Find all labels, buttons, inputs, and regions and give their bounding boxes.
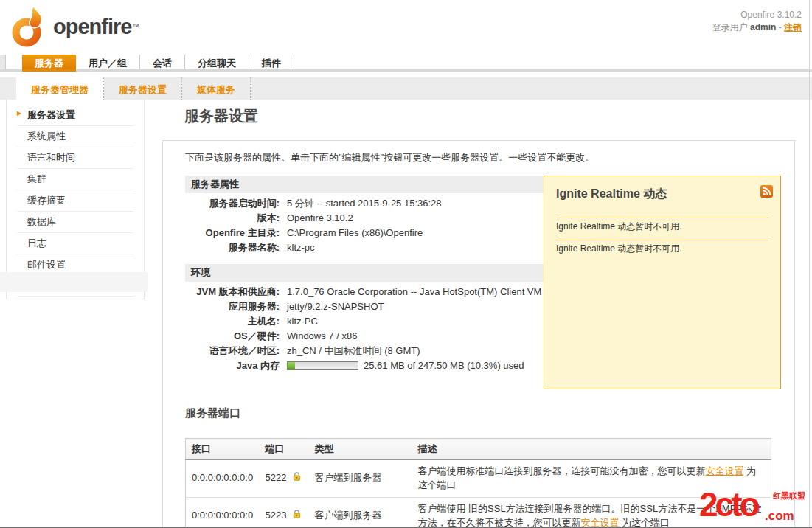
java-memory-text: 25.61 MB of 247.50 MB (10.3%) used [364,360,524,371]
login-username: admin [750,22,776,32]
port-row-5223: 0:0:0:0:0:0:0:0 5223 客户端到服务器 客户端使用 旧的SSL… [186,497,771,527]
sidebar-item-clustering[interactable]: 集群 [17,169,133,190]
port-description: 客户端使用 旧的SSL方法连接到服务器的端口。旧的SSL方法不是一个XMPP标准… [412,497,771,527]
sidebar-item-database[interactable]: 数据库 [17,212,133,233]
flame-icon [9,6,47,47]
ports-header-row: 接口 端口 类型 描述 [186,439,771,460]
col-description: 描述 [412,439,771,460]
subtab-media-services[interactable]: 媒体服务 [182,77,251,100]
subtab-server-settings[interactable]: 服务器设置 [104,77,182,100]
sidebar-shadow [0,272,148,292]
subtab-server-manager[interactable]: 服务器管理器 [16,77,104,100]
port-row-5222: 0:0:0:0:0:0:0:0 5222 客户端到服务器 客户端使用标准端口连接… [186,460,771,498]
server-properties-header: 服务器属性 [185,176,544,193]
environment-header: 环境 [185,264,544,282]
tab-users-groups[interactable]: 用户／组 [76,55,140,69]
header-account-area: Openfire 3.10.2 登录用户 admin - 注销 [712,9,802,34]
security-settings-link[interactable]: 安全设置 [580,517,619,527]
sub-tab-bar: 服务器管理器 服务器设置 媒体服务 [0,77,812,100]
server-properties-section: 服务器属性 服务器启动时间: 5 分钟 -- started 2015-9-25… [185,176,544,255]
java-memory-fill [288,362,295,369]
property-row: 版本: Openfire 3.10.2 [185,211,544,226]
sidebar-item-server-settings[interactable]: ▶服务器设置 [17,105,133,126]
main-tabs: 服务器 用户／组 会话 分组聊天 插件 [22,55,294,69]
login-status: 登录用户 admin - 注销 [712,21,802,34]
sidebar-item-cache-summary[interactable]: 缓存摘要 [17,190,133,212]
property-row: JVM 版本和供应商: 1.7.0_76 Oracle Corporation … [185,285,544,299]
environment-section: 环境 JVM 版本和供应商: 1.7.0_76 Oracle Corporati… [185,264,544,373]
header: openfire™ Openfire 3.10.2 登录用户 admin - 注… [0,0,812,55]
page-title: 服务器设置 [184,106,258,126]
property-row: 主机名: kltz-PC [185,314,544,329]
property-row: 语言环境／时区: zh_CN / 中国标准时间 (8 GMT) [185,344,544,358]
login-separator: - [776,22,784,32]
tab-group-chat[interactable]: 分组聊天 [185,55,249,69]
server-ports-table: 接口 端口 类型 描述 0:0:0:0:0:0:0:0 5222 客户端到服务器 [185,438,771,527]
lock-icon [292,471,302,482]
feed-item: Ignite Realtime 动态暂时不可用. [556,218,768,240]
port-description: 客户端使用标准端口连接到服务器，连接可能没有加密，您可以更新安全设置 为这个端口 [412,460,771,498]
property-row: 服务器名称: kltz-pc [185,240,544,255]
tab-sessions[interactable]: 会话 [140,55,185,69]
triangle-right-icon: ▶ [17,110,21,117]
page-right-border [809,0,810,528]
feed-item: Ignite Realtime 动态暂时不可用. [556,240,768,262]
feed-title: Ignite Realtime 动态 [556,187,768,202]
logo-trademark: ™ [132,23,139,30]
sidebar-item-system-properties[interactable]: 系统属性 [17,126,133,147]
col-type: 类型 [308,439,412,460]
col-lock [292,439,308,460]
content-panel: 下面是该服务器的属性。单击下面的"编辑属性"按钮可更改一些服务器设置。一些设置不… [162,140,795,527]
rss-icon[interactable] [760,185,773,198]
tab-plugins[interactable]: 插件 [249,55,294,69]
login-label: 登录用户 [712,22,750,32]
logout-link[interactable]: 注销 [784,22,802,32]
sidebar-item-logs[interactable]: 日志 [17,233,133,254]
col-port: 端口 [260,439,293,460]
tab-bar-left-cap [0,55,6,69]
sidebar: ▶服务器设置 系统属性 语言和时间 集群 缓存摘要 数据库 日志 邮件设置 安全… [6,100,145,299]
property-row: OS／硬件: Windows 7 / x86 [185,329,544,344]
main-tab-bar: 服务器 用户／组 会话 分组聊天 插件 [0,55,812,72]
sidebar-item-language-time[interactable]: 语言和时间 [17,147,133,169]
lock-icon [292,509,302,519]
property-row: Openfire 主目录: C:\Program Files (x86)\Ope… [185,226,544,240]
tab-server[interactable]: 服务器 [22,55,76,69]
java-memory-row: Java 内存 25.61 MB of 247.50 MB (10.3%) us… [185,358,544,373]
version-label: Openfire 3.10.2 [712,9,802,21]
security-settings-link[interactable]: 安全设置 [705,465,743,476]
feed-items: Ignite Realtime 动态暂时不可用. Ignite Realtime… [544,218,780,262]
col-interface: 接口 [186,439,260,460]
property-row: 服务器启动时间: 5 分钟 -- started 2015-9-25 15:36… [185,196,544,211]
java-memory-bar [287,361,358,370]
java-memory-label: Java 内存 [185,358,287,373]
property-row: 应用服务器: jetty/9.2.z-SNAPSHOT [185,299,544,314]
intro-text: 下面是该服务器的属性。单击下面的"编辑属性"按钮可更改一些服务器设置。一些设置不… [185,151,594,164]
ignite-feed-panel: Ignite Realtime 动态 Ignite Realtime 动态暂时不… [544,176,781,389]
logo-text: openfire [53,15,131,39]
openfire-logo: openfire™ [9,6,139,47]
server-ports-heading: 服务器端口 [185,406,240,420]
